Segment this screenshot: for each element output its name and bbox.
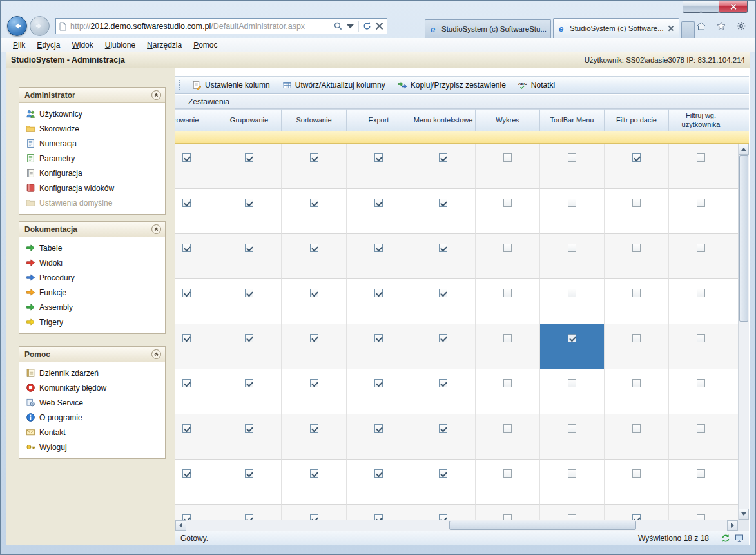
table-row[interactable] (175, 234, 749, 279)
checkbox[interactable] (310, 334, 318, 342)
checkbox[interactable] (632, 379, 641, 387)
grid-cell[interactable] (217, 279, 282, 324)
checkbox[interactable] (245, 244, 253, 252)
sidebar-item[interactable]: Konfiguracja (19, 166, 165, 180)
sidebar-item[interactable]: Użytkownicy (19, 106, 165, 121)
panel-header[interactable]: Pomoc (19, 347, 165, 362)
grid-cell[interactable] (282, 505, 347, 520)
panel-header[interactable]: Dokumentacja (19, 222, 165, 237)
tab-close-icon[interactable] (667, 24, 675, 32)
grid-cell[interactable] (669, 414, 733, 460)
grid-cell[interactable] (476, 234, 540, 279)
grid-cell[interactable] (540, 189, 605, 234)
home-button[interactable] (695, 19, 708, 33)
grid-cell[interactable] (175, 279, 217, 324)
sidebar-item[interactable]: O programie (19, 410, 165, 425)
grid-cell[interactable] (411, 414, 476, 460)
grid-cell[interactable] (282, 189, 347, 234)
checkbox[interactable] (374, 289, 383, 297)
collapse-icon[interactable] (151, 349, 161, 359)
checkbox[interactable] (245, 334, 253, 342)
scroll-left-button[interactable] (175, 520, 186, 531)
grid-cell[interactable] (282, 234, 347, 279)
stop-icon[interactable] (373, 19, 385, 33)
grid-cell[interactable] (411, 505, 476, 520)
sidebar-item[interactable]: Parametry (19, 151, 165, 166)
checkbox[interactable] (245, 424, 253, 433)
grid-cell[interactable] (175, 144, 217, 189)
grid-cell[interactable] (540, 234, 605, 279)
toolbar-grip[interactable] (179, 80, 182, 90)
column-header[interactable]: Sortowanie (282, 109, 347, 131)
checkbox[interactable] (697, 199, 705, 207)
grid-cell[interactable] (411, 189, 476, 234)
checkbox[interactable] (568, 469, 576, 478)
checkbox[interactable] (439, 289, 447, 297)
grid-cell[interactable] (476, 505, 540, 520)
scroll-up-button[interactable] (739, 144, 749, 155)
checkbox[interactable] (697, 153, 705, 162)
browser-tab-2[interactable]: e StudioSystem (c) Software... (553, 18, 679, 38)
checkbox[interactable] (245, 379, 253, 387)
checkbox[interactable] (245, 514, 253, 520)
checkbox[interactable] (568, 334, 576, 342)
grid-cell[interactable] (411, 144, 476, 189)
scroll-right-button[interactable] (727, 520, 738, 531)
checkbox[interactable] (374, 244, 383, 252)
checkbox[interactable] (182, 153, 191, 162)
menu-item-pomoc[interactable]: Pomoc (188, 39, 223, 51)
horizontal-scrollbar[interactable] (175, 520, 738, 531)
checkbox[interactable] (182, 289, 191, 297)
checkbox[interactable] (182, 469, 191, 478)
checkbox[interactable] (697, 334, 705, 342)
grid-cell[interactable] (605, 234, 669, 279)
grid-cell[interactable] (175, 460, 217, 505)
checkbox[interactable] (503, 153, 512, 162)
checkbox[interactable] (439, 153, 447, 162)
grid-cell[interactable] (669, 369, 733, 414)
checkbox[interactable] (568, 424, 576, 433)
checkbox[interactable] (503, 289, 512, 297)
grid-cell[interactable] (540, 460, 605, 505)
address-bar[interactable]: http://2012.demo.softwarestudio.com.pl/D… (55, 18, 387, 34)
column-header[interactable]: rowanie (175, 109, 217, 131)
checkbox[interactable] (632, 424, 641, 433)
column-header[interactable]: ToolBar Menu (540, 109, 605, 131)
checkbox[interactable] (632, 153, 641, 162)
grid-cell[interactable] (669, 189, 733, 234)
checkbox[interactable] (439, 424, 447, 433)
checkbox[interactable] (310, 244, 318, 252)
sidebar-item[interactable]: Widoki (19, 255, 165, 270)
menu-item-edycja[interactable]: Edycja (31, 39, 66, 51)
grid-cell[interactable] (175, 414, 217, 460)
tools-gear-button[interactable] (735, 19, 748, 33)
sidebar-item[interactable]: Kontakt (19, 425, 165, 440)
checkbox[interactable] (697, 379, 705, 387)
grid-cell[interactable] (605, 279, 669, 324)
grid-filter-row[interactable] (175, 131, 749, 144)
horizontal-scroll-thumb[interactable] (449, 521, 636, 530)
checkbox[interactable] (245, 199, 253, 207)
checkbox[interactable] (310, 514, 318, 520)
grid-cell[interactable] (411, 324, 476, 369)
grid-cell[interactable] (411, 234, 476, 279)
table-row[interactable] (175, 414, 749, 460)
table-row[interactable] (175, 189, 749, 234)
column-header[interactable]: Grupowanie (217, 109, 282, 131)
grid-cell[interactable] (605, 324, 669, 369)
grid-cell[interactable] (217, 324, 282, 369)
grid-cell[interactable] (175, 189, 217, 234)
grid-cell[interactable] (669, 279, 733, 324)
table-row[interactable] (175, 279, 749, 324)
checkbox[interactable] (503, 199, 512, 207)
caret-down-icon[interactable] (344, 19, 356, 33)
checkbox[interactable] (568, 199, 576, 207)
sidebar-item[interactable]: Assembly (19, 300, 165, 315)
grid-cell[interactable] (347, 189, 411, 234)
checkbox[interactable] (439, 469, 447, 478)
sidebar-item[interactable]: Skorowidze (19, 121, 165, 136)
menu-item-ulubione[interactable]: Ulubione (99, 39, 141, 51)
grid-cell[interactable] (175, 234, 217, 279)
grid-cell[interactable] (669, 460, 733, 505)
sidebar-item[interactable]: Komunikaty błędów (19, 380, 165, 395)
